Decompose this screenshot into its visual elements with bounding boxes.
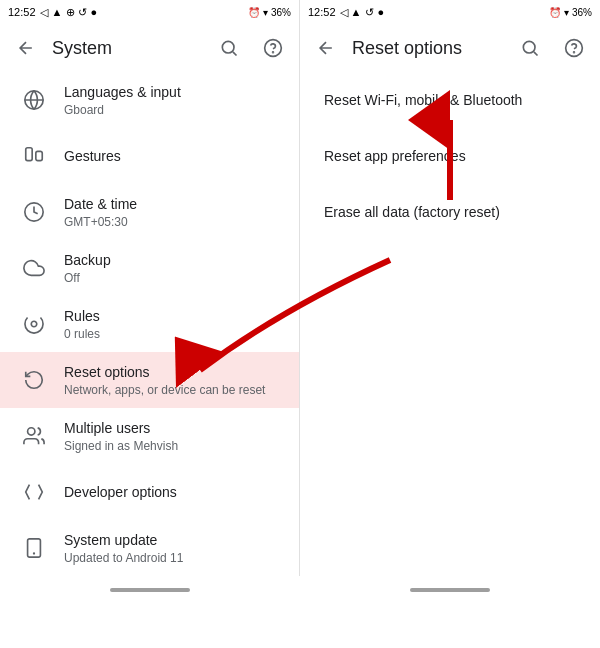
right-page-title: Reset options: [352, 38, 504, 59]
left-battery: 36%: [271, 7, 291, 18]
users-title: Multiple users: [64, 419, 178, 437]
braces-icon: [16, 474, 52, 510]
reset-title: Reset options: [64, 363, 265, 381]
clock-icon: [16, 194, 52, 230]
svg-point-13: [574, 52, 575, 53]
right-status-bar: 12:52 ◁ ▲ ↺ ● ⏰ ▾ 36%: [300, 0, 600, 24]
left-wifi-icon: ▾: [263, 7, 268, 18]
right-time: 12:52: [308, 6, 336, 18]
back-button[interactable]: [8, 30, 44, 66]
left-panel: 12:52 ◁ ▲ ⊕ ↺ ● ⏰ ▾ 36% System: [0, 0, 300, 576]
left-page-title: System: [52, 38, 203, 59]
update-subtitle: Updated to Android 11: [64, 551, 183, 565]
search-button-left[interactable]: [211, 30, 247, 66]
factory-reset-label: Erase all data (factory reset): [324, 204, 500, 220]
right-icons: ↺ ●: [365, 6, 384, 19]
rules-title: Rules: [64, 307, 100, 325]
svg-point-8: [28, 428, 35, 435]
svg-point-0: [222, 41, 234, 53]
left-alarm-icon: ⏰: [248, 7, 260, 18]
wifi-reset-label: Reset Wi-Fi, mobile & Bluetooth: [324, 92, 522, 108]
right-panel: 12:52 ◁ ▲ ↺ ● ⏰ ▾ 36% Reset options: [300, 0, 600, 576]
gesture-icon: [16, 138, 52, 174]
menu-item-backup[interactable]: Backup Off: [0, 240, 299, 296]
languages-title: Languages & input: [64, 83, 181, 101]
phone-icon: [16, 530, 52, 566]
right-item-wifi-reset[interactable]: Reset Wi-Fi, mobile & Bluetooth: [300, 72, 600, 128]
users-subtitle: Signed in as Mehvish: [64, 439, 178, 453]
search-button-right[interactable]: [512, 30, 548, 66]
menu-item-languages[interactable]: Languages & input Gboard: [0, 72, 299, 128]
left-icons: ⊕ ↺ ●: [66, 6, 97, 19]
right-item-factory-reset[interactable]: Erase all data (factory reset): [300, 184, 600, 240]
right-item-app-prefs[interactable]: Reset app preferences: [300, 128, 600, 184]
right-top-bar: Reset options: [300, 24, 600, 72]
svg-point-2: [273, 52, 274, 53]
left-signal-icon: ▲: [52, 6, 63, 18]
svg-point-11: [523, 41, 535, 53]
svg-rect-4: [26, 148, 32, 161]
menu-item-gestures[interactable]: Gestures: [0, 128, 299, 184]
right-alarm-icon: ⏰: [549, 7, 561, 18]
gestures-title: Gestures: [64, 147, 121, 165]
menu-item-rules[interactable]: Rules 0 rules: [0, 296, 299, 352]
cloud-icon: [16, 250, 52, 286]
menu-item-datetime[interactable]: Date & time GMT+05:30: [0, 184, 299, 240]
backup-subtitle: Off: [64, 271, 111, 285]
right-nav-icon: ◁ ▲: [340, 6, 362, 19]
menu-item-developer[interactable]: Developer options: [0, 464, 299, 520]
right-back-button[interactable]: [308, 30, 344, 66]
languages-subtitle: Gboard: [64, 103, 181, 117]
app-prefs-label: Reset app preferences: [324, 148, 466, 164]
left-status-bar: 12:52 ◁ ▲ ⊕ ↺ ● ⏰ ▾ 36%: [0, 0, 299, 24]
bottom-nav-area: [0, 576, 600, 604]
backup-title: Backup: [64, 251, 111, 269]
left-nav-indicator: [110, 588, 190, 592]
rules-subtitle: 0 rules: [64, 327, 100, 341]
right-nav-indicator: [410, 588, 490, 592]
globe-icon: [16, 82, 52, 118]
developer-title: Developer options: [64, 483, 177, 501]
help-button-left[interactable]: [255, 30, 291, 66]
svg-rect-5: [36, 151, 42, 160]
update-title: System update: [64, 531, 183, 549]
left-top-bar: System: [0, 24, 299, 72]
left-nav-icon: ◁: [40, 6, 48, 19]
menu-item-users[interactable]: Multiple users Signed in as Mehvish: [0, 408, 299, 464]
rules-icon: [16, 306, 52, 342]
reset-subtitle: Network, apps, or device can be reset: [64, 383, 265, 397]
left-time: 12:52: [8, 6, 36, 18]
help-button-right[interactable]: [556, 30, 592, 66]
datetime-title: Date & time: [64, 195, 137, 213]
svg-point-7: [31, 321, 37, 327]
menu-item-update[interactable]: System update Updated to Android 11: [0, 520, 299, 576]
right-wifi-icon: ▾: [564, 7, 569, 18]
datetime-subtitle: GMT+05:30: [64, 215, 137, 229]
right-battery: 36%: [572, 7, 592, 18]
menu-item-reset[interactable]: Reset options Network, apps, or device c…: [0, 352, 299, 408]
people-icon: [16, 418, 52, 454]
reset-icon: [16, 362, 52, 398]
